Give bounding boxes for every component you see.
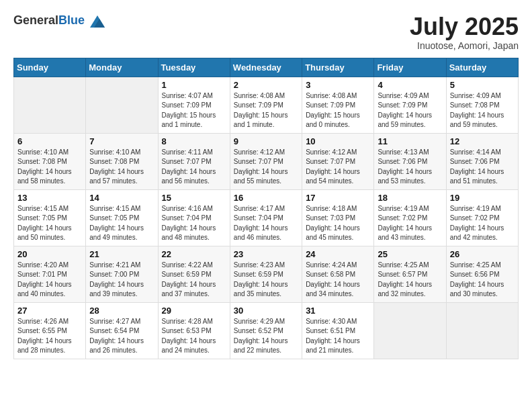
day-number: 10 <box>306 136 370 146</box>
day-cell: 12Sunrise: 4:14 AMSunset: 7:06 PMDayligh… <box>446 133 518 189</box>
day-number: 14 <box>89 193 154 203</box>
day-info: Sunrise: 4:29 AMSunset: 6:52 PMDaylight:… <box>234 317 298 356</box>
day-info: Sunrise: 4:28 AMSunset: 6:53 PMDaylight:… <box>162 317 226 356</box>
day-cell <box>446 302 518 359</box>
day-cell: 29Sunrise: 4:28 AMSunset: 6:53 PMDayligh… <box>158 302 230 359</box>
logo-icon <box>90 15 105 28</box>
logo-general: General <box>13 13 58 27</box>
day-number: 24 <box>306 249 370 259</box>
logo-blue: Blue <box>58 13 85 27</box>
logo: GeneralBlue <box>13 13 105 28</box>
day-cell: 28Sunrise: 4:27 AMSunset: 6:54 PMDayligh… <box>86 302 158 359</box>
day-cell: 19Sunrise: 4:19 AMSunset: 7:02 PMDayligh… <box>446 189 518 246</box>
day-cell: 17Sunrise: 4:18 AMSunset: 7:03 PMDayligh… <box>302 189 374 246</box>
day-info: Sunrise: 4:30 AMSunset: 6:51 PMDaylight:… <box>306 317 370 356</box>
day-info: Sunrise: 4:17 AMSunset: 7:04 PMDaylight:… <box>234 204 298 243</box>
week-row-4: 20Sunrise: 4:20 AMSunset: 7:01 PMDayligh… <box>14 246 519 302</box>
day-info: Sunrise: 4:27 AMSunset: 6:54 PMDaylight:… <box>89 317 154 356</box>
day-number: 7 <box>89 136 154 146</box>
week-row-3: 13Sunrise: 4:15 AMSunset: 7:05 PMDayligh… <box>14 189 519 246</box>
page-header: GeneralBlue July 2025 Inuotose, Aomori, … <box>13 13 519 51</box>
day-info: Sunrise: 4:13 AMSunset: 7:06 PMDaylight:… <box>378 148 442 187</box>
day-number: 18 <box>378 193 442 203</box>
day-cell: 25Sunrise: 4:25 AMSunset: 6:57 PMDayligh… <box>374 246 446 302</box>
weekday-saturday: Saturday <box>446 58 518 77</box>
location: Inuotose, Aomori, Japan <box>410 40 519 51</box>
day-cell <box>86 77 158 133</box>
weekday-header-row: SundayMondayTuesdayWednesdayThursdayFrid… <box>14 58 519 77</box>
week-row-5: 27Sunrise: 4:26 AMSunset: 6:55 PMDayligh… <box>14 302 519 359</box>
day-number: 11 <box>378 136 442 146</box>
day-number: 16 <box>234 193 298 203</box>
day-cell: 8Sunrise: 4:11 AMSunset: 7:07 PMDaylight… <box>158 133 230 189</box>
day-number: 2 <box>234 80 298 90</box>
day-number: 12 <box>450 136 515 146</box>
day-cell: 14Sunrise: 4:15 AMSunset: 7:05 PMDayligh… <box>86 189 158 246</box>
day-number: 21 <box>89 249 154 259</box>
day-info: Sunrise: 4:15 AMSunset: 7:05 PMDaylight:… <box>89 204 154 243</box>
day-info: Sunrise: 4:21 AMSunset: 7:00 PMDaylight:… <box>89 261 154 300</box>
day-cell: 16Sunrise: 4:17 AMSunset: 7:04 PMDayligh… <box>230 189 302 246</box>
day-number: 26 <box>450 249 515 259</box>
day-cell: 11Sunrise: 4:13 AMSunset: 7:06 PMDayligh… <box>374 133 446 189</box>
day-cell: 26Sunrise: 4:25 AMSunset: 6:56 PMDayligh… <box>446 246 518 302</box>
day-cell: 4Sunrise: 4:09 AMSunset: 7:09 PMDaylight… <box>374 77 446 133</box>
month-title: July 2025 <box>410 13 519 40</box>
day-info: Sunrise: 4:20 AMSunset: 7:01 PMDaylight:… <box>17 261 82 300</box>
day-info: Sunrise: 4:19 AMSunset: 7:02 PMDaylight:… <box>378 204 442 243</box>
day-info: Sunrise: 4:22 AMSunset: 6:59 PMDaylight:… <box>162 261 226 300</box>
day-info: Sunrise: 4:08 AMSunset: 7:09 PMDaylight:… <box>306 91 370 130</box>
day-number: 13 <box>17 193 82 203</box>
day-cell <box>374 302 446 359</box>
calendar-body: 1Sunrise: 4:07 AMSunset: 7:09 PMDaylight… <box>14 77 519 359</box>
day-number: 15 <box>162 193 226 203</box>
day-info: Sunrise: 4:08 AMSunset: 7:09 PMDaylight:… <box>234 91 298 130</box>
day-info: Sunrise: 4:12 AMSunset: 7:07 PMDaylight:… <box>306 148 370 187</box>
day-info: Sunrise: 4:12 AMSunset: 7:07 PMDaylight:… <box>234 148 298 187</box>
day-info: Sunrise: 4:23 AMSunset: 6:59 PMDaylight:… <box>234 261 298 300</box>
day-number: 5 <box>450 80 515 90</box>
day-info: Sunrise: 4:26 AMSunset: 6:55 PMDaylight:… <box>17 317 82 356</box>
day-cell: 15Sunrise: 4:16 AMSunset: 7:04 PMDayligh… <box>158 189 230 246</box>
day-cell: 13Sunrise: 4:15 AMSunset: 7:05 PMDayligh… <box>14 189 86 246</box>
day-cell: 31Sunrise: 4:30 AMSunset: 6:51 PMDayligh… <box>302 302 374 359</box>
day-cell: 18Sunrise: 4:19 AMSunset: 7:02 PMDayligh… <box>374 189 446 246</box>
weekday-wednesday: Wednesday <box>230 58 302 77</box>
day-number: 3 <box>306 80 370 90</box>
weekday-monday: Monday <box>86 58 158 77</box>
day-info: Sunrise: 4:10 AMSunset: 7:08 PMDaylight:… <box>17 148 82 187</box>
day-cell: 1Sunrise: 4:07 AMSunset: 7:09 PMDaylight… <box>158 77 230 133</box>
day-number: 29 <box>162 306 226 316</box>
day-cell: 3Sunrise: 4:08 AMSunset: 7:09 PMDaylight… <box>302 77 374 133</box>
day-number: 23 <box>234 249 298 259</box>
day-info: Sunrise: 4:10 AMSunset: 7:08 PMDaylight:… <box>89 148 154 187</box>
day-number: 31 <box>306 306 370 316</box>
day-number: 30 <box>234 306 298 316</box>
day-info: Sunrise: 4:24 AMSunset: 6:58 PMDaylight:… <box>306 261 370 300</box>
day-cell: 23Sunrise: 4:23 AMSunset: 6:59 PMDayligh… <box>230 246 302 302</box>
day-info: Sunrise: 4:09 AMSunset: 7:09 PMDaylight:… <box>378 91 442 130</box>
day-cell: 30Sunrise: 4:29 AMSunset: 6:52 PMDayligh… <box>230 302 302 359</box>
title-block: July 2025 Inuotose, Aomori, Japan <box>410 13 519 51</box>
day-info: Sunrise: 4:15 AMSunset: 7:05 PMDaylight:… <box>17 204 82 243</box>
day-number: 1 <box>162 80 226 90</box>
day-number: 20 <box>17 249 82 259</box>
day-cell: 9Sunrise: 4:12 AMSunset: 7:07 PMDaylight… <box>230 133 302 189</box>
day-cell: 2Sunrise: 4:08 AMSunset: 7:09 PMDaylight… <box>230 77 302 133</box>
weekday-tuesday: Tuesday <box>158 58 230 77</box>
day-cell <box>14 77 86 133</box>
week-row-1: 1Sunrise: 4:07 AMSunset: 7:09 PMDaylight… <box>14 77 519 133</box>
day-cell: 21Sunrise: 4:21 AMSunset: 7:00 PMDayligh… <box>86 246 158 302</box>
day-number: 19 <box>450 193 515 203</box>
weekday-thursday: Thursday <box>302 58 374 77</box>
weekday-sunday: Sunday <box>14 58 86 77</box>
day-cell: 10Sunrise: 4:12 AMSunset: 7:07 PMDayligh… <box>302 133 374 189</box>
day-cell: 22Sunrise: 4:22 AMSunset: 6:59 PMDayligh… <box>158 246 230 302</box>
day-number: 9 <box>234 136 298 146</box>
day-cell: 20Sunrise: 4:20 AMSunset: 7:01 PMDayligh… <box>14 246 86 302</box>
day-cell: 7Sunrise: 4:10 AMSunset: 7:08 PMDaylight… <box>86 133 158 189</box>
day-info: Sunrise: 4:19 AMSunset: 7:02 PMDaylight:… <box>450 204 515 243</box>
day-info: Sunrise: 4:14 AMSunset: 7:06 PMDaylight:… <box>450 148 515 187</box>
day-number: 25 <box>378 249 442 259</box>
weekday-friday: Friday <box>374 58 446 77</box>
